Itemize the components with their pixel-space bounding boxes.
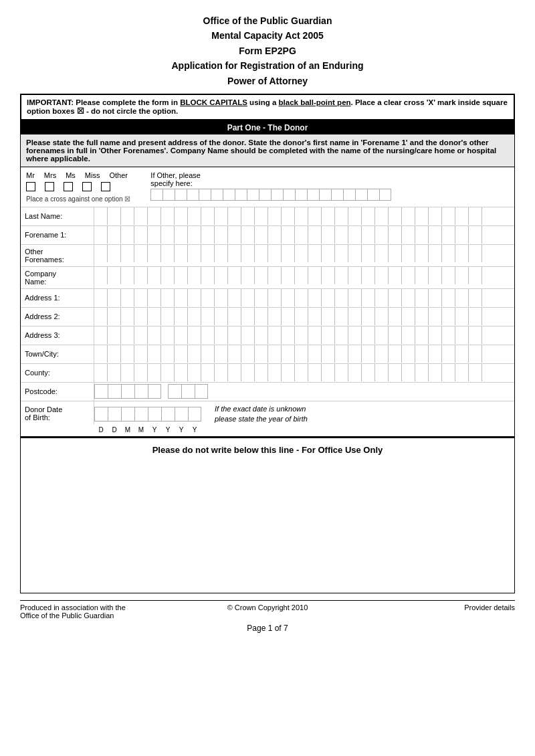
if-other-cell[interactable]	[379, 189, 391, 201]
checkbox-mrs[interactable]	[45, 182, 54, 191]
dob-letter-y3: Y	[175, 426, 188, 434]
office-use-section: Please do not write below this line - Fo…	[20, 437, 515, 593]
last-name-label: Last Name:	[21, 207, 94, 225]
postcode-cell[interactable]	[108, 384, 121, 399]
address3-row: Address 3:	[21, 326, 514, 345]
dob-letter-m2: M	[134, 426, 148, 434]
address1-label: Address 1:	[21, 289, 94, 307]
address3-input[interactable]	[94, 326, 514, 344]
document-header: Office of the Public Guardian Mental Cap…	[20, 13, 515, 88]
checkbox-ms[interactable]	[64, 182, 73, 191]
if-other-cell[interactable]	[331, 189, 343, 201]
dob-letter-y2: Y	[161, 426, 175, 434]
dob-cell[interactable]	[134, 407, 148, 421]
forename1-input[interactable]	[94, 226, 514, 244]
address1-input[interactable]	[94, 289, 514, 306]
dob-cell[interactable]	[121, 407, 134, 421]
address2-label: Address 2:	[21, 308, 94, 326]
county-input[interactable]	[94, 364, 514, 381]
part-one-description: Please state the full name and present a…	[21, 134, 514, 167]
if-other-cell[interactable]	[247, 189, 259, 201]
dob-letter-y1: Y	[148, 426, 161, 434]
checkbox-mr[interactable]	[26, 182, 35, 191]
if-other-cell[interactable]	[163, 189, 175, 201]
dob-label: Donor Dateof Birth:	[21, 401, 94, 424]
if-other-cell[interactable]	[355, 189, 367, 201]
if-other-cell[interactable]	[295, 189, 307, 201]
postcode-cell[interactable]	[181, 384, 195, 399]
if-other-cell[interactable]	[187, 189, 199, 201]
if-other-label: If Other, pleasespecify here:	[150, 171, 391, 187]
important-text-before: IMPORTANT: Please complete the form in B…	[27, 98, 508, 115]
if-other-cell[interactable]	[199, 189, 211, 201]
if-other-cell[interactable]	[150, 189, 163, 201]
title-ms-label: Ms	[66, 171, 76, 179]
dob-letter-d2: D	[108, 426, 121, 434]
if-other-cell[interactable]	[271, 189, 283, 201]
dob-cell[interactable]	[148, 407, 161, 421]
postcode-cell[interactable]	[168, 384, 181, 399]
important-notice: IMPORTANT: Please complete the form in B…	[20, 94, 515, 120]
county-row: County:	[21, 364, 514, 383]
address1-row: Address 1:	[21, 289, 514, 308]
footer-provider: Provider details	[350, 603, 515, 611]
town-city-input[interactable]	[94, 345, 514, 363]
if-other-cell[interactable]	[367, 189, 379, 201]
title-selection-row: Mr Mrs Ms Miss Other Place a cross again…	[21, 167, 514, 207]
dob-cell[interactable]	[188, 407, 201, 421]
if-other-cell[interactable]	[211, 189, 223, 201]
if-other-cell[interactable]	[175, 189, 187, 201]
header-line4: Application for Registration of an Endur…	[20, 58, 515, 73]
company-name-input[interactable]	[94, 267, 514, 284]
postcode-cell[interactable]	[94, 384, 108, 399]
if-other-cell[interactable]	[235, 189, 247, 201]
header-line1: Office of the Public Guardian	[20, 13, 515, 28]
dob-cell[interactable]	[175, 407, 188, 421]
address2-row: Address 2:	[21, 308, 514, 326]
office-use-area	[21, 459, 514, 593]
address2-input[interactable]	[94, 308, 514, 325]
part-one-block: Part One - The Donor Please state the fu…	[20, 120, 515, 437]
town-city-row: Town/City:	[21, 345, 514, 364]
forename1-label: Forename 1:	[21, 226, 94, 244]
company-name-row: CompanyName:	[21, 267, 514, 289]
footer: Produced in association with the Office …	[20, 600, 515, 620]
dob-cell[interactable]	[94, 407, 108, 421]
postcode-label: Postcode:	[21, 383, 94, 401]
postcode-cell[interactable]	[134, 384, 148, 399]
if-other-cell[interactable]	[283, 189, 295, 201]
title-other-label: Other	[109, 171, 128, 179]
last-name-row: Last Name:	[21, 207, 514, 226]
postcode-cell[interactable]	[121, 384, 134, 399]
county-label: County:	[21, 364, 94, 382]
forename1-row: Forename 1:	[21, 226, 514, 245]
postcode-cell[interactable]	[148, 384, 161, 399]
postcode-row: Postcode:	[21, 383, 514, 401]
postcode-cell[interactable]	[195, 384, 208, 399]
checkbox-miss[interactable]	[82, 182, 92, 191]
header-line5: Power of Attorney	[20, 74, 515, 88]
part-one-header: Part One - The Donor	[21, 121, 514, 134]
if-other-cell[interactable]	[319, 189, 331, 201]
title-miss-label: Miss	[85, 171, 100, 179]
dob-cell[interactable]	[108, 407, 121, 421]
page-number: Page 1 of 7	[20, 624, 515, 633]
if-other-cell[interactable]	[343, 189, 355, 201]
footer-left: Produced in association with the Office …	[20, 603, 185, 620]
office-only-line: Please do not write below this line - Fo…	[21, 437, 514, 459]
footer-copyright: © Crown Copyright 2010	[185, 603, 350, 611]
address3-label: Address 3:	[21, 326, 94, 345]
dob-note: If the exact date is unknown please stat…	[215, 404, 308, 425]
last-name-input[interactable]	[94, 207, 514, 225]
dob-letter-m1: M	[121, 426, 134, 434]
dob-letter-d1: D	[94, 426, 108, 434]
if-other-cell[interactable]	[259, 189, 271, 201]
header-line2: Mental Capacity Act 2005	[20, 28, 515, 43]
checkbox-other[interactable]	[101, 182, 110, 191]
company-name-label: CompanyName:	[21, 267, 94, 288]
dob-letter-y4: Y	[188, 426, 201, 434]
if-other-cell[interactable]	[223, 189, 235, 201]
dob-cell[interactable]	[161, 407, 175, 421]
if-other-cell[interactable]	[307, 189, 319, 201]
other-forenames-input[interactable]	[94, 245, 514, 262]
